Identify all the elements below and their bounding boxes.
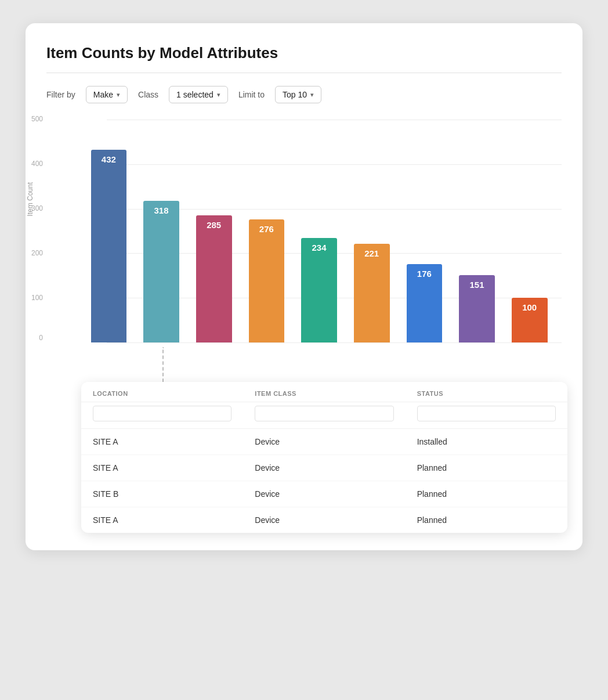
filter-item-class-input[interactable]	[255, 406, 393, 421]
make-chevron-icon: ▾	[117, 91, 120, 99]
table-row: SITE ADeviceInstalled	[81, 429, 567, 455]
limit-label: Limit to	[238, 90, 265, 99]
divider	[46, 73, 562, 73]
bar-value-cisco: 432	[91, 154, 127, 164]
bar-value-emc: 285	[196, 220, 232, 230]
cell-location: SITE B	[81, 481, 243, 507]
bar-network: 221	[354, 244, 390, 342]
table-header-row: LOCATION ITEM CLASS STATUS	[81, 382, 567, 402]
ytick-500: 500	[22, 115, 43, 123]
table-overlay: LOCATION ITEM CLASS STATUS SITE ADe	[81, 382, 567, 533]
filter-item-class-cell	[243, 402, 405, 429]
col-location: LOCATION	[81, 382, 243, 402]
gridline-0	[107, 342, 562, 343]
cell-status: Planned	[406, 455, 567, 481]
cell-status: Planned	[406, 507, 567, 533]
cell-location: SITE A	[81, 507, 243, 533]
cell-status: Installed	[406, 429, 567, 455]
bar-value-qua...: 100	[512, 302, 548, 312]
bar-nutanix: 176	[407, 264, 443, 342]
col-status: STATUS	[406, 382, 567, 402]
bar-group-emc: 285EMC	[187, 120, 240, 342]
ytick-100: 100	[22, 294, 43, 302]
bar-hp: 276	[249, 219, 285, 342]
ytick-400: 400	[22, 160, 43, 168]
table-row: SITE BDevicePlanned	[81, 481, 567, 507]
bar-cisco: 432	[91, 150, 127, 342]
cell-item_class: Device	[243, 429, 405, 455]
class-value: 1 selected	[176, 90, 213, 99]
bar-ibm: 234	[301, 238, 337, 342]
main-card: Item Counts by Model Attributes Filter b…	[26, 23, 582, 550]
cell-location: SITE A	[81, 429, 243, 455]
filter-location-input[interactable]	[93, 406, 231, 421]
bar-group-nutanix: 176Nutanix	[398, 120, 451, 342]
bar-group-network: 221Network	[345, 120, 398, 342]
bar-value-ibm: 234	[301, 243, 337, 252]
bars-container: 432Cisco318Dell285EMC276HP234IBM221Netwo…	[77, 120, 562, 342]
limit-value: Top 10	[283, 90, 307, 99]
filter-status-cell	[406, 402, 567, 429]
table-filter-row	[81, 402, 567, 429]
filter-location-cell	[81, 402, 243, 429]
cell-item_class: Device	[243, 455, 405, 481]
filter-row: Filter by Make ▾ Class 1 selected ▾ Limi…	[46, 86, 562, 103]
limit-chevron-icon: ▾	[310, 91, 314, 99]
bar-chart: Item Count 500 400 300 200 100 0 432Cisc…	[46, 120, 562, 363]
ytick-200: 200	[22, 249, 43, 257]
bar-emc: 285	[196, 215, 232, 342]
bar-group-cisco: 432Cisco	[82, 120, 135, 342]
bar-group-qua...: 100Qua...	[503, 120, 556, 342]
page-title: Item Counts by Model Attributes	[46, 44, 562, 62]
bar-value-network: 221	[354, 248, 390, 258]
ytick-0: 0	[22, 334, 43, 342]
bar-group-hp: 276HP	[240, 120, 293, 342]
table-row: SITE ADevicePlanned	[81, 507, 567, 533]
cell-item_class: Device	[243, 507, 405, 533]
make-label: Make	[93, 90, 113, 99]
data-table: LOCATION ITEM CLASS STATUS SITE ADe	[81, 382, 567, 533]
class-chevron-icon: ▾	[217, 91, 220, 99]
bar-oracle: 151	[459, 275, 495, 342]
bar-value-hp: 276	[249, 224, 285, 234]
make-dropdown[interactable]: Make ▾	[86, 86, 128, 103]
bar-value-nutanix: 176	[407, 269, 443, 279]
cell-status: Planned	[406, 481, 567, 507]
filter-by-label: Filter by	[46, 90, 75, 99]
col-item-class: ITEM CLASS	[243, 382, 405, 402]
bar-value-oracle: 151	[459, 280, 495, 290]
bar-value-dell: 318	[143, 205, 179, 215]
class-label: Class	[138, 90, 158, 99]
bar-group-ibm: 234IBM	[293, 120, 346, 342]
bar-dell: 318	[143, 201, 179, 342]
filter-status-input[interactable]	[417, 406, 556, 421]
table-body: SITE ADeviceInstalledSITE ADevicePlanned…	[81, 429, 567, 533]
bar-qua...: 100	[512, 298, 548, 342]
limit-dropdown[interactable]: Top 10 ▾	[275, 86, 321, 103]
cell-location: SITE A	[81, 455, 243, 481]
class-dropdown[interactable]: 1 selected ▾	[169, 86, 228, 103]
cell-item_class: Device	[243, 481, 405, 507]
table-row: SITE ADevicePlanned	[81, 455, 567, 481]
bar-group-dell: 318Dell	[135, 120, 188, 342]
bar-group-oracle: 151Oracle	[451, 120, 504, 342]
ytick-300: 300	[22, 204, 43, 212]
